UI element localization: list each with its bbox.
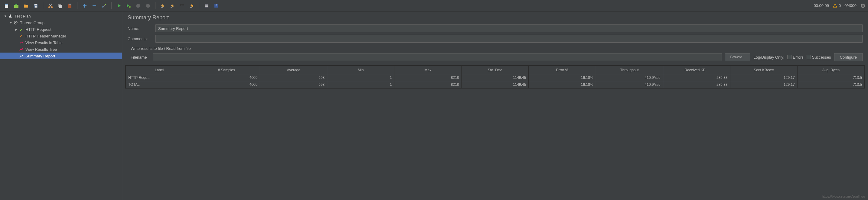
results-tree-icon [19,47,24,52]
tree-label: HTTP Request [25,27,52,32]
col-average[interactable]: Average [260,66,327,74]
successes-label: Successes [812,55,831,60]
col-min[interactable]: Min [327,66,394,74]
fieldset-label: Write results to file / Read from file [122,44,868,52]
flask-icon [8,13,13,19]
tree-results-table[interactable]: View Results in Table [0,39,122,46]
paste-icon[interactable] [66,1,74,10]
tree-summary-report[interactable]: Summary Report [0,53,122,59]
thread-status: 0/4000 [844,3,857,8]
name-label: Name: [128,26,152,31]
tree-label: HTTP Header Manager [25,34,66,38]
table-icon [19,40,24,45]
tree-label: Test Plan [14,14,31,19]
errors-label: Errors [793,55,803,60]
help-icon[interactable]: ? [212,1,220,10]
tree-label: Thread Group [20,21,44,25]
table-header-row: Label # Samples Average Min Max Std. Dev… [126,66,865,74]
start-icon[interactable] [115,1,123,10]
toggle-icon[interactable] [100,1,108,10]
comments-input[interactable] [155,35,863,43]
filename-label: Filename [131,55,150,60]
browse-button[interactable]: Browse... [725,53,750,61]
tree-http-header[interactable]: HTTP Header Manager [0,33,122,39]
copy-icon[interactable] [56,1,64,10]
table-row[interactable]: HTTP Requ...4000698182181149.4516.18%410… [126,74,865,81]
col-throughput[interactable]: Throughput [596,66,663,74]
svg-rect-20 [190,7,192,8]
chevron-right-icon[interactable]: ▶ [14,28,19,31]
svg-point-29 [862,4,864,7]
col-sent[interactable]: Sent KB/sec [730,66,797,74]
cut-icon[interactable] [46,1,55,10]
toolbar: ? 00:00:09 !0 0/4000 [0,0,868,11]
col-bytes[interactable]: Avg. Bytes [797,66,864,74]
collapse-icon[interactable] [90,1,99,10]
reset-search-icon[interactable] [187,1,196,10]
svg-rect-5 [34,4,37,5]
svg-text:?: ? [215,4,217,7]
errors-checkbox[interactable]: Errors [787,55,803,60]
summary-icon [19,54,24,58]
tree-thread-group[interactable]: ▼ Thread Group [0,19,122,26]
svg-point-18 [180,4,182,6]
configure-button[interactable]: Configure [834,53,863,61]
col-error[interactable]: Error % [529,66,596,74]
table-row[interactable]: TOTAL4000698182181149.4516.18%410.9/sec2… [126,81,865,88]
warn-count: 0 [839,3,841,8]
chevron-down-icon[interactable]: ▼ [3,14,8,18]
save-icon[interactable] [31,1,40,10]
filename-input[interactable] [153,53,722,61]
tree-panel: ▼ Test Plan ▼ Thread Group ▶ HTTP Reques… [0,11,122,200]
svg-rect-6 [35,6,37,7]
panel-title: Summary Report [122,11,868,23]
col-max[interactable]: Max [394,66,462,74]
clear-icon[interactable] [158,1,167,10]
gear-icon [13,20,18,25]
tree-label: View Results Tree [25,47,57,52]
chevron-down-icon[interactable]: ▼ [8,21,13,25]
svg-point-14 [105,4,106,5]
successes-checkbox[interactable]: Successes [807,55,831,60]
svg-rect-23 [205,5,208,6]
warning-icon: ! [833,3,837,8]
col-recv[interactable]: Received KB... [663,66,730,74]
svg-rect-16 [161,7,163,8]
pipette-icon [19,27,24,32]
clear-all-icon[interactable] [168,1,177,10]
watermark: https://blog.csdn.net/sunlihuo [822,195,865,198]
tree-http-request[interactable]: ▶ HTTP Request [0,26,122,33]
svg-point-15 [129,6,131,8]
shutdown-icon[interactable] [144,1,152,10]
expand-icon[interactable] [81,1,89,10]
function-helper-icon[interactable] [202,1,211,10]
svg-point-19 [182,4,184,6]
svg-rect-24 [205,6,208,7]
svg-rect-17 [170,7,173,8]
col-samples[interactable]: # Samples [193,66,260,74]
tree-results-tree[interactable]: View Results Tree [0,46,122,53]
col-label[interactable]: Label [126,66,193,74]
logdisplay-label: Log/Display Only: [753,55,784,60]
svg-rect-1 [5,4,8,4]
new-icon[interactable] [2,1,11,10]
collapse-panel-icon[interactable] [860,3,866,8]
svg-point-31 [15,22,16,23]
content-panel: Summary Report Name: Comments: Write res… [122,11,868,200]
start-no-pause-icon[interactable] [124,1,133,10]
timer-text: 00:00:09 [813,3,829,8]
stop-icon[interactable] [134,1,143,10]
tree-test-plan[interactable]: ▼ Test Plan [0,13,122,19]
search-icon[interactable] [178,1,186,10]
name-input[interactable] [155,25,863,32]
svg-rect-22 [205,4,208,5]
templates-icon[interactable] [12,1,21,10]
open-icon[interactable] [22,1,30,10]
svg-point-13 [102,6,103,7]
wrench-icon [19,34,24,38]
tree-label: Summary Report [25,54,55,58]
svg-text:!: ! [835,4,836,7]
results-table: Label # Samples Average Min Max Std. Dev… [125,65,865,89]
svg-rect-12 [69,4,71,5]
col-std[interactable]: Std. Dev. [462,66,529,74]
